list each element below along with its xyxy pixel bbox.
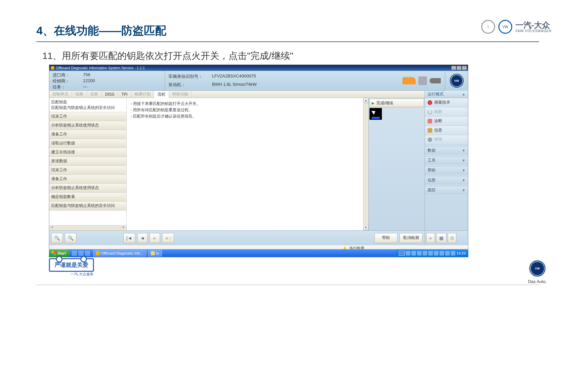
zoom-in-button[interactable]: 🔍 <box>65 233 76 243</box>
step-item[interactable]: 分析防盗锁止系统使用状态 <box>49 121 126 130</box>
windows-taskbar[interactable]: Start Offboard Diagnostic Info... tu CH … <box>49 249 468 257</box>
chevron-down-icon: ▼ <box>462 159 465 162</box>
group-help[interactable]: 帮助▼ <box>425 166 468 174</box>
group-trace[interactable]: 跟踪▼ <box>425 186 468 194</box>
gear-icon <box>428 137 432 142</box>
vin-value: LFV2A2BSXC4000075 <box>212 73 256 79</box>
importer-label: 进口商： <box>53 72 79 78</box>
faw-logo-icon: 1 <box>481 20 495 34</box>
step-item[interactable]: 发送数据 <box>49 157 126 166</box>
window-titlebar[interactable]: Offboard Diagnostic Information System S… <box>49 65 468 71</box>
step-item[interactable]: 匹配钥匙与防盗锁止系统的安全访问 <box>49 202 126 211</box>
minimize-button[interactable]: _ <box>451 66 456 70</box>
vin-label: 车辆身份识别号： <box>168 73 208 79</box>
cursor-click-icon <box>369 108 382 120</box>
side-panel: 运行模式 ▲ 测量技术 刷新 诊断 信息 管理 数据▼ 工具▼ 帮助▼ 信息▼ … <box>425 91 468 245</box>
tray-icon[interactable] <box>428 251 433 256</box>
ql-icon[interactable] <box>78 251 84 256</box>
step-item[interactable]: 准备工作 <box>49 175 126 184</box>
taskbar-app-odis[interactable]: Offboard Diagnostic Info... <box>93 250 147 257</box>
mode-measure[interactable]: 测量技术 <box>425 98 468 107</box>
ql-icon[interactable] <box>72 251 77 256</box>
step-item[interactable]: 读取运行数据 <box>49 139 126 148</box>
tray-icon[interactable] <box>411 251 416 256</box>
task-label: 任务： <box>53 84 79 90</box>
cancel-test-button[interactable]: 取消检测 <box>399 233 423 243</box>
tray-icon[interactable] <box>451 251 455 256</box>
footer-toolbar: 🔍 🔍 |◄ ◄ ► ►| 帮助 取消检测 <box>49 230 425 245</box>
app-icon <box>51 66 55 70</box>
step-item[interactable]: 确定钥匙数量 <box>49 193 126 202</box>
ql-icon[interactable] <box>85 251 90 256</box>
tray-icon[interactable] <box>445 251 450 256</box>
step-item[interactable]: 结束工作 <box>49 166 126 175</box>
chevron-up-icon: ▲ <box>462 92 465 96</box>
windows-logo-icon <box>52 251 56 256</box>
footer-vw-logo: VW Das Auto. <box>528 260 547 284</box>
brand-cn: 一汽-大众 <box>516 21 552 29</box>
steps-list[interactable]: 结束工作 分析防盗锁止系统使用状态 准备工作 读取运行数据 建立在线连接 发送数… <box>49 112 126 225</box>
chevron-down-icon: ▼ <box>462 178 465 182</box>
tab-process[interactable]: 流程 <box>154 91 169 98</box>
step-item[interactable]: 结束工作 <box>49 112 126 121</box>
tab-result[interactable]: 结果 <box>72 91 87 98</box>
tray-icon[interactable] <box>434 251 439 256</box>
scroll-down-icon[interactable]: ▼ <box>363 225 368 230</box>
nav-first-button[interactable]: |◄ <box>123 233 135 243</box>
tab-task[interactable]: 任务 <box>87 91 102 98</box>
brand-en: FAW-VOLKSWAGEN <box>516 29 552 33</box>
das-auto-text: Das Auto. <box>528 279 547 284</box>
chevron-down-icon: ▼ <box>462 169 465 172</box>
tab-strip: 控制单元 结果 任务 DISS TPI 检测计划 流程 特殊功能 <box>49 91 425 98</box>
group-tools[interactable]: 工具▼ <box>425 156 468 164</box>
done-continue-button[interactable]: ▶ 完成/继续 <box>369 99 424 107</box>
tab-special[interactable]: 特殊功能 <box>169 91 192 98</box>
mode-diagnosis[interactable]: 诊断 <box>425 117 468 126</box>
folder-icon <box>151 251 155 255</box>
engine-label: 发动机： <box>168 82 208 88</box>
tab-diss[interactable]: DISS <box>102 91 118 98</box>
tab-test-plan[interactable]: 检测计划 <box>131 91 154 98</box>
help-button[interactable]: 帮助 <box>374 233 398 243</box>
gauge-icon <box>428 100 432 105</box>
system-tray[interactable]: CH 14:29 <box>396 249 468 257</box>
steps-title-2: 匹配钥匙与防盗锁止系统的安全访问 <box>51 105 124 111</box>
scroll-up-icon[interactable]: ▲ <box>363 98 368 103</box>
expand-button[interactable]: » <box>426 233 435 243</box>
tab-tpi[interactable]: TPI <box>118 91 131 98</box>
nav-last-button[interactable]: ►| <box>162 233 174 243</box>
quick-launch[interactable] <box>72 251 90 256</box>
language-indicator[interactable]: CH <box>399 251 405 256</box>
nav-next-button[interactable]: ► <box>149 233 160 243</box>
server-icon <box>418 76 427 85</box>
tray-icon[interactable] <box>406 251 410 256</box>
close-button[interactable]: × <box>462 66 467 70</box>
motto-sub: 一汽-大众服务 <box>49 272 115 277</box>
steps-hscroll[interactable]: ◄ ► <box>49 225 126 230</box>
tray-icon[interactable] <box>440 251 444 256</box>
book-icon <box>428 128 432 133</box>
step-item[interactable]: 分析防盗锁止系统使用状态 <box>49 184 126 193</box>
play-icon: ▶ <box>372 101 374 105</box>
zoom-out-button[interactable]: 🔍 <box>51 233 63 243</box>
clock[interactable]: 14:29 <box>456 251 466 255</box>
maximize-button[interactable]: □ <box>457 66 461 70</box>
group-info[interactable]: 信息▼ <box>425 176 468 184</box>
group-data[interactable]: 数据▼ <box>425 146 468 154</box>
brand-logos: 1 VW 一汽-大众 FAW-VOLKSWAGEN <box>481 20 552 34</box>
mode-refresh[interactable]: 刷新 <box>425 107 468 117</box>
tab-control-unit[interactable]: 控制单元 <box>49 91 72 98</box>
tray-icon[interactable] <box>423 251 427 256</box>
tray-icon[interactable] <box>417 251 422 256</box>
step-item[interactable]: 准备工作 <box>49 130 126 139</box>
print-button[interactable]: ⎙ <box>448 233 456 243</box>
mode-header[interactable]: 运行模式 ▲ <box>425 91 468 98</box>
grid-button[interactable]: ▦ <box>436 233 446 243</box>
nav-prev-button[interactable]: ◄ <box>137 233 148 243</box>
mode-title: 运行模式 <box>428 91 443 97</box>
taskbar-app-folder[interactable]: tu <box>148 250 162 257</box>
step-item[interactable]: 建立在线连接 <box>49 148 126 157</box>
message-vscroll[interactable]: ▲ ▼ <box>363 98 368 230</box>
mode-info[interactable]: 信息 <box>425 126 468 135</box>
mode-admin[interactable]: 管理 <box>425 135 468 144</box>
